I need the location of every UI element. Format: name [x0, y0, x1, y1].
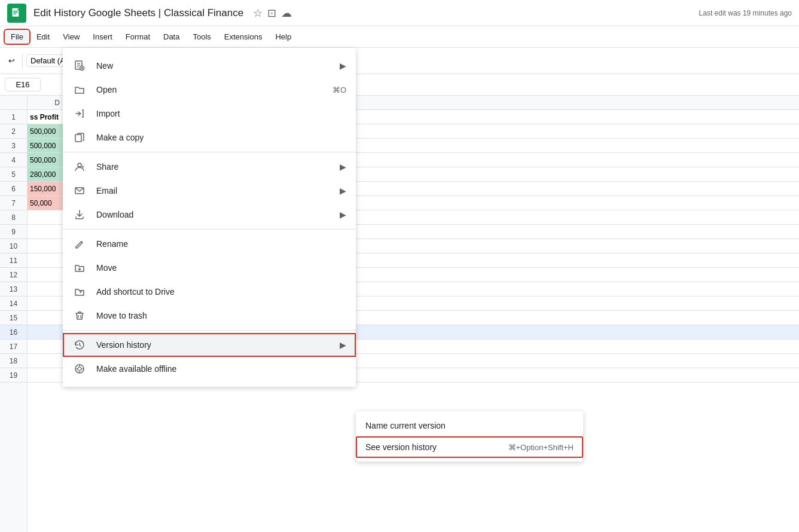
- menu-format[interactable]: Format: [120, 30, 156, 44]
- file-menu-new[interactable]: New ▶: [63, 54, 356, 78]
- row-num-16: 16: [0, 325, 27, 340]
- corner-header: [0, 96, 28, 109]
- file-menu-add-shortcut-label: Add shortcut to Drive: [96, 287, 346, 296]
- open-shortcut: ⌘O: [333, 85, 346, 94]
- email-icon: [72, 184, 87, 198]
- file-menu-open-label: Open: [96, 85, 333, 94]
- see-version-history-shortcut: ⌘+Option+Shift+H: [508, 443, 574, 452]
- file-menu-email[interactable]: Email ▶: [63, 179, 356, 203]
- file-menu-section-2: Share ▶ Email ▶ Download ▶: [63, 152, 356, 230]
- menu-bar: File Edit View Insert Format Data Tools …: [0, 26, 799, 48]
- row-num-6: 6: [0, 182, 27, 196]
- copy-icon: [72, 130, 87, 145]
- file-menu-rename[interactable]: Rename: [63, 232, 356, 256]
- import-icon: [72, 106, 87, 121]
- file-menu-share-label: Share: [96, 162, 335, 172]
- file-menu-section-1: New ▶ Open ⌘O Import: [63, 51, 356, 152]
- download-arrow: ▶: [340, 210, 346, 219]
- row-num-18: 18: [0, 354, 27, 368]
- file-menu-share[interactable]: Share ▶: [63, 155, 356, 179]
- share-icon: [72, 160, 87, 174]
- file-menu-make-copy-label: Make a copy: [96, 133, 346, 142]
- menu-extensions[interactable]: Extensions: [218, 30, 269, 44]
- file-menu-download-label: Download: [96, 210, 335, 219]
- menu-insert[interactable]: Insert: [87, 30, 118, 44]
- svg-point-12: [78, 163, 81, 167]
- row-num-14: 14: [0, 296, 27, 311]
- row-num-13: 13: [0, 282, 27, 296]
- undo-button[interactable]: ↩: [5, 54, 19, 68]
- svg-rect-1: [13, 10, 18, 11]
- row-num-4: 4: [0, 153, 27, 167]
- row-numbers: 1 2 3 4 5 6 7 8 9 10 11 12 13 14 15 16 1…: [0, 110, 28, 532]
- row-num-9: 9: [0, 225, 27, 239]
- menu-data[interactable]: Data: [157, 30, 185, 44]
- move-icon: [72, 261, 87, 275]
- add-shortcut-icon: [72, 285, 87, 299]
- menu-help[interactable]: Help: [269, 30, 297, 44]
- file-menu-make-copy[interactable]: Make a copy: [63, 126, 356, 149]
- file-menu-make-offline-label: Make available offline: [96, 364, 346, 374]
- row-num-19: 19: [0, 368, 27, 383]
- file-menu-make-offline[interactable]: Make available offline: [63, 357, 356, 381]
- row-num-12: 12: [0, 268, 27, 282]
- menu-file[interactable]: File: [5, 30, 29, 44]
- new-icon: [72, 59, 87, 73]
- svg-rect-11: [75, 134, 81, 142]
- file-menu-rename-label: Rename: [96, 239, 346, 249]
- see-version-history[interactable]: See version history ⌘+Option+Shift+H: [356, 436, 583, 458]
- cell-reference-input[interactable]: [5, 78, 41, 91]
- row-num-8: 8: [0, 210, 27, 225]
- open-icon: [72, 82, 87, 97]
- file-menu-import-label: Import: [96, 109, 346, 118]
- svg-rect-2: [13, 12, 18, 13]
- row-num-5: 5: [0, 167, 27, 182]
- trash-icon: [72, 308, 87, 323]
- see-version-history-label: See version history: [365, 442, 437, 452]
- row-num-11: 11: [0, 253, 27, 268]
- file-dropdown-menu: New ▶ Open ⌘O Import: [63, 48, 356, 387]
- version-history-submenu: Name current version See version history…: [356, 411, 583, 461]
- toolbar-separator-1: [22, 54, 23, 68]
- file-menu-open[interactable]: Open ⌘O: [63, 78, 356, 102]
- row-num-10: 10: [0, 239, 27, 253]
- star-icon[interactable]: ☆: [253, 7, 263, 20]
- file-menu-new-label: New: [96, 61, 335, 71]
- file-menu-version-history-label: Version history: [96, 340, 335, 350]
- history-icon: [72, 338, 87, 352]
- email-arrow: ▶: [340, 186, 346, 195]
- name-current-version[interactable]: Name current version: [356, 415, 583, 436]
- name-current-version-label: Name current version: [365, 421, 446, 430]
- menu-edit[interactable]: Edit: [31, 30, 56, 44]
- file-menu-section-3: Rename Move Add shortcut to Drive: [63, 230, 356, 331]
- svg-point-19: [78, 367, 81, 371]
- title-icons: ☆ ⊡ ☁: [253, 7, 292, 20]
- file-menu-email-label: Email: [96, 186, 335, 195]
- row-num-2: 2: [0, 124, 27, 139]
- top-bar: Edit History Google Sheets | Classical F…: [0, 0, 799, 26]
- version-history-arrow: ▶: [340, 340, 346, 350]
- file-menu-download[interactable]: Download ▶: [63, 203, 356, 227]
- share-arrow: ▶: [340, 162, 346, 172]
- cloud-icon[interactable]: ☁: [281, 7, 292, 20]
- file-menu-move-label: Move: [96, 263, 346, 273]
- move-to-drive-icon[interactable]: ⊡: [267, 7, 276, 20]
- file-menu-move[interactable]: Move: [63, 256, 356, 280]
- offline-icon: [72, 362, 87, 376]
- menu-view[interactable]: View: [57, 30, 86, 44]
- menu-tools[interactable]: Tools: [187, 30, 216, 44]
- row-num-1: 1: [0, 110, 27, 124]
- file-menu-section-4: Version history ▶ Make available offline: [63, 331, 356, 383]
- file-menu-move-trash[interactable]: Move to trash: [63, 304, 356, 328]
- file-menu-version-history[interactable]: Version history ▶: [63, 333, 356, 357]
- file-menu-add-shortcut[interactable]: Add shortcut to Drive: [63, 280, 356, 304]
- svg-rect-3: [13, 13, 16, 14]
- download-icon: [72, 207, 87, 222]
- row-num-15: 15: [0, 311, 27, 325]
- doc-title: Edit History Google Sheets | Classical F…: [33, 7, 243, 19]
- rename-icon: [72, 237, 87, 251]
- file-menu-import[interactable]: Import: [63, 102, 356, 126]
- new-arrow: ▶: [340, 61, 346, 71]
- row-num-7: 7: [0, 196, 27, 210]
- row-num-17: 17: [0, 340, 27, 354]
